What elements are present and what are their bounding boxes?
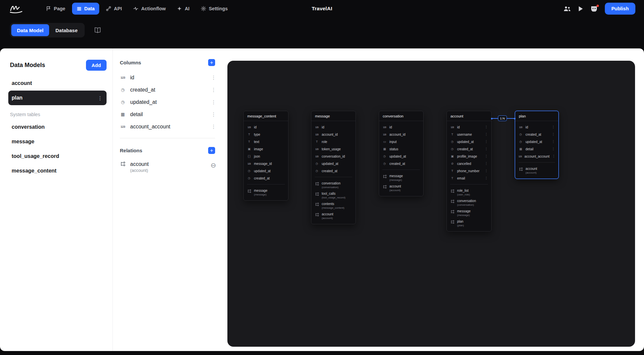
field-menu-icon[interactable]: ⋮ xyxy=(485,133,488,136)
table-card-message_content[interactable]: message_content123idTtypeTtext▣image{ }j… xyxy=(243,111,288,201)
table-card-conversation[interactable]: conversation123id123account_id▭input▦sta… xyxy=(379,111,424,196)
nav-item-page[interactable]: Page xyxy=(41,3,70,15)
field-row: ◷created_at⋮ xyxy=(515,131,558,138)
add-relation-button[interactable]: + xyxy=(208,147,215,154)
add-column-button[interactable]: + xyxy=(208,59,215,66)
field-menu-icon[interactable]: ⋮ xyxy=(552,155,555,158)
support-icon[interactable] xyxy=(591,6,598,12)
nav-item-data[interactable]: Data xyxy=(72,3,99,15)
relation-target: (conversation) xyxy=(322,186,341,189)
app-logo[interactable] xyxy=(9,4,24,14)
table-card-message[interactable]: message123id123account_idTrole123token_u… xyxy=(311,111,356,224)
connector-endpoint xyxy=(514,118,516,119)
relation-target: (account) xyxy=(525,171,537,174)
number-icon: 123 xyxy=(315,148,319,150)
column-row[interactable]: ◷created_at⋮ xyxy=(113,84,222,96)
sidebar-item-tool_usage_record[interactable]: tool_usage_record xyxy=(8,149,107,164)
relation-label: account xyxy=(389,184,401,188)
nav-item-actionflow[interactable]: Actionflow xyxy=(128,3,170,15)
sidebar-item-account[interactable]: account xyxy=(8,76,107,91)
er-diagram-canvas[interactable]: message_content123idTtypeTtext▣image{ }j… xyxy=(227,61,635,347)
docs-book-icon[interactable] xyxy=(94,27,101,35)
field-label: id xyxy=(322,125,324,129)
relation-label: account xyxy=(525,167,537,171)
relation-texts: tool_calls(tool_usage_record) xyxy=(322,192,346,199)
sidebar-item-plan[interactable]: plan⋮ xyxy=(8,91,107,105)
nav-item-api[interactable]: API xyxy=(101,3,126,15)
column-label: detail xyxy=(130,111,207,117)
field-menu-icon[interactable]: ⋮ xyxy=(552,147,555,151)
column-menu-icon[interactable]: ⋮ xyxy=(211,99,216,105)
sidebar-item-message[interactable]: message xyxy=(8,134,107,149)
field-label: message_id xyxy=(254,162,272,166)
field-row: 123id xyxy=(244,123,288,131)
field-menu-icon[interactable]: ⋮ xyxy=(485,140,488,143)
field-menu-icon[interactable]: ⋮ xyxy=(552,133,555,136)
sidebar-item-label: account xyxy=(12,80,32,86)
relation-target: (account) xyxy=(389,189,401,192)
relation-target: (message) xyxy=(389,178,403,181)
column-row[interactable]: ▦detail⋮ xyxy=(113,108,222,120)
relation-target: (message) xyxy=(457,214,471,217)
relation-icon xyxy=(450,210,454,214)
field-label: username xyxy=(457,133,472,136)
sidebar-item-conversation[interactable]: conversation xyxy=(8,120,107,134)
column-menu-icon[interactable]: ⋮ xyxy=(211,75,216,81)
table-relations: account(account) xyxy=(515,163,558,178)
relation-icon xyxy=(247,189,251,193)
field-row: ▭input xyxy=(379,138,423,145)
field-label: conversation_id xyxy=(322,155,345,158)
relation-texts: account(account) xyxy=(322,212,333,220)
clock-icon: ◷ xyxy=(382,155,387,158)
tab-data-model[interactable]: Data Model xyxy=(11,24,49,36)
relation-target: (message_content) xyxy=(322,206,344,209)
column-row[interactable]: ◷updated_at⋮ xyxy=(113,96,222,108)
publish-button[interactable]: Publish xyxy=(605,3,635,15)
people-icon[interactable] xyxy=(563,6,571,12)
column-menu-icon[interactable]: ⋮ xyxy=(211,111,216,117)
table-card-account[interactable]: account123id⋮Tusername⋮◷updated_at⋮◷crea… xyxy=(446,111,492,232)
field-menu-icon[interactable]: ⋮ xyxy=(485,147,488,151)
field-row: ▣profile_image⋮ xyxy=(447,153,491,160)
add-model-button[interactable]: Add xyxy=(86,60,107,71)
field-label: created_at xyxy=(389,162,405,166)
app-title: TravelAI xyxy=(312,6,332,12)
column-menu-icon[interactable]: ⋮ xyxy=(211,87,216,93)
remove-relation-button[interactable]: ⊖ xyxy=(210,162,216,169)
field-label: created_at xyxy=(254,177,270,180)
column-row[interactable]: 123id⋮ xyxy=(113,71,222,84)
field-menu-icon[interactable]: ⋮ xyxy=(552,125,555,129)
ai-icon xyxy=(177,6,182,11)
field-menu-icon[interactable]: ⋮ xyxy=(485,125,488,129)
field-menu-icon[interactable]: ⋮ xyxy=(485,177,488,180)
sidebar-item-message_content[interactable]: message_content xyxy=(8,164,107,178)
clock-icon: ◷ xyxy=(315,169,319,173)
column-menu-icon[interactable]: ⋮ xyxy=(211,124,216,130)
column-row[interactable]: 123account_account⋮ xyxy=(113,120,222,133)
kebab-menu-icon[interactable]: ⋮ xyxy=(98,96,103,101)
text-icon: T xyxy=(450,177,454,180)
table-card-plan[interactable]: plan123id⋮◷created_at⋮◷updated_at⋮▦detai… xyxy=(515,111,559,179)
nav-item-settings[interactable]: Settings xyxy=(196,3,232,15)
field-menu-icon[interactable]: ⋮ xyxy=(552,140,555,143)
sidebar-item-label: conversation xyxy=(12,124,45,130)
play-icon[interactable] xyxy=(578,6,583,12)
relation-row[interactable]: account(account)⊖ xyxy=(113,159,222,173)
field-label: updated_at xyxy=(457,140,474,144)
field-label: detail xyxy=(525,147,533,151)
field-row: Trole xyxy=(311,138,356,145)
nav-item-ai[interactable]: AI xyxy=(172,3,194,15)
field-label: phone_number xyxy=(457,169,479,173)
field-label: email xyxy=(457,177,465,180)
field-menu-icon[interactable]: ⋮ xyxy=(485,169,488,173)
field-label: id xyxy=(525,125,528,129)
table-fields: 123id⋮◷created_at⋮◷updated_at⋮▦detail⋮12… xyxy=(515,121,558,162)
field-label: token_usage xyxy=(322,147,341,151)
columns-list: 123id⋮◷created_at⋮◷updated_at⋮▦detail⋮12… xyxy=(113,71,222,133)
field-menu-icon[interactable]: ⋮ xyxy=(485,162,488,165)
clock-icon: ◷ xyxy=(450,147,454,151)
nav-item-label: Data xyxy=(84,6,95,11)
field-menu-icon[interactable]: ⋮ xyxy=(485,155,488,158)
field-row: 123id xyxy=(311,123,356,131)
tab-database[interactable]: Database xyxy=(50,24,83,36)
